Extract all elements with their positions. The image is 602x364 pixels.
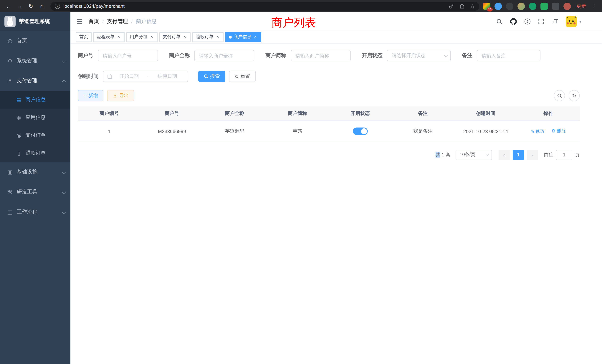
browser-home-button[interactable]: ⌂	[37, 1, 47, 11]
create-time-range-picker[interactable]: 开始日期 - 结束日期	[103, 71, 188, 82]
tab-merchant-info[interactable]: 商户信息 ×	[225, 32, 261, 42]
site-info-icon[interactable]: i	[55, 3, 60, 9]
sidebar-item-workflow[interactable]: ◫ 工作流程	[0, 202, 70, 222]
url-text[interactable]: localhost:1024/pay/merchant	[63, 3, 443, 9]
browser-reload-button[interactable]: ↻	[26, 1, 36, 11]
delete-button[interactable]: 删除	[551, 128, 566, 134]
github-icon[interactable]	[510, 18, 517, 25]
extension-badge: 10	[487, 7, 493, 11]
tab-user-group[interactable]: 用户分组 ×	[126, 32, 158, 42]
share-icon[interactable]	[460, 3, 465, 9]
pagination-prev-button[interactable]: ‹	[499, 150, 510, 160]
sidebar-item-pay-order[interactable]: ◉ 支付订单	[0, 126, 70, 144]
sidebar-item-infrastructure[interactable]: ▣ 基础设施	[0, 162, 70, 182]
breadcrumb: 首页 / 支付管理 / 商户信息	[89, 18, 157, 25]
cell-merchant-no: M233666999	[141, 120, 204, 142]
tab-close-icon[interactable]: ×	[149, 34, 154, 40]
sidebar-item-merchant-info[interactable]: ▤ 商户信息	[0, 91, 70, 109]
pagination-next-button[interactable]: ›	[527, 150, 538, 160]
status-toggle[interactable]	[353, 128, 367, 135]
pikachu-avatar-icon	[566, 16, 577, 27]
export-button-label: 导出	[119, 92, 129, 99]
navbar-actions: ? TT	[496, 16, 581, 27]
bookmark-star-icon[interactable]: ☆	[470, 3, 475, 9]
page-size-value: 10条/页	[460, 152, 475, 158]
remark-input[interactable]	[477, 50, 540, 61]
chrome-update-button[interactable]: 更新	[576, 3, 586, 10]
col-remark: 备注	[392, 106, 454, 120]
sidebar-item-home[interactable]: ◴ 首页	[0, 31, 70, 51]
tab-close-icon[interactable]: ×	[253, 34, 258, 40]
extension-green-circle-icon[interactable]	[529, 2, 536, 10]
export-button[interactable]: 导出	[107, 90, 134, 101]
refresh-table-button[interactable]: ↻	[569, 90, 580, 101]
col-merchant-no: 商户号	[141, 106, 204, 120]
total-suffix: 条	[446, 152, 450, 157]
goto-page-input[interactable]	[556, 150, 572, 160]
font-size-icon[interactable]: TT	[552, 18, 558, 25]
extension-blue-drop-icon[interactable]	[494, 2, 502, 10]
fullscreen-icon[interactable]	[538, 19, 544, 24]
sidebar-logo: 芋道管理系统	[0, 12, 70, 31]
col-full-name: 商户全称	[203, 106, 266, 120]
trash-icon	[551, 129, 556, 133]
password-key-icon[interactable]	[449, 3, 454, 9]
breadcrumb-payment[interactable]: 支付管理	[107, 18, 128, 25]
sidebar-item-system[interactable]: ⚙ 系统管理	[0, 51, 70, 71]
download-icon	[113, 93, 117, 98]
address-bar[interactable]: i localhost:1024/pay/merchant ☆	[50, 2, 479, 11]
browser-menu-icon[interactable]: ⋮	[590, 3, 598, 10]
logo-rabbit-icon	[4, 16, 16, 27]
refresh-icon: ↻	[235, 74, 239, 79]
sidebar-item-dev-tools[interactable]: ⚒ 研发工具	[0, 182, 70, 202]
cell-index: 1	[78, 120, 141, 142]
hamburger-icon[interactable]	[76, 19, 83, 24]
full-name-input[interactable]	[194, 50, 254, 61]
extension-pin-icon[interactable]	[552, 2, 559, 10]
cell-create-time: 2021-10-23 08:31:14	[454, 120, 517, 142]
goto-prefix: 前往	[544, 151, 553, 158]
sidebar-item-app-info[interactable]: ▦ 应用信息	[0, 109, 70, 126]
merchant-table: 商户编号 商户号 商户全称 商户简称 开启状态 备注 创建时间 操作 1	[78, 106, 580, 142]
total-prefix: 共	[435, 152, 440, 157]
user-avatar[interactable]: ▾	[566, 16, 581, 27]
browser-forward-button[interactable]: →	[15, 1, 24, 11]
sidebar-item-label: 工作流程	[17, 209, 37, 215]
pencil-icon: ✎	[531, 129, 535, 134]
search-icon	[557, 93, 562, 98]
status-select[interactable]: 请选择开启状态	[387, 50, 451, 61]
sidebar-item-payment[interactable]: ¥ 支付管理	[0, 71, 70, 91]
tab-home[interactable]: 首页	[76, 32, 92, 42]
tab-close-icon[interactable]: ×	[215, 34, 220, 40]
monitor-icon: ▣	[7, 169, 13, 175]
breadcrumb-home[interactable]: 首页	[89, 18, 99, 25]
extension-green-square-icon[interactable]	[540, 2, 548, 10]
extension-colorful-icon[interactable]: 10	[483, 2, 490, 10]
breadcrumb-separator: /	[131, 19, 133, 24]
browser-back-button[interactable]: ←	[4, 1, 13, 11]
help-icon[interactable]: ?	[525, 19, 530, 24]
sidebar-item-label: 研发工具	[17, 189, 37, 195]
tab-process-form[interactable]: 流程表单 ×	[93, 32, 125, 42]
search-button[interactable]: 搜索	[198, 71, 225, 82]
tab-close-icon[interactable]: ×	[116, 34, 121, 40]
cell-remark: 我是备注	[392, 120, 454, 142]
toggle-search-button[interactable]	[554, 90, 565, 101]
active-tab-dot	[229, 35, 232, 38]
sidebar-item-refund-order[interactable]: ▯ 退款订单	[0, 144, 70, 162]
tab-pay-order[interactable]: 支付订单 ×	[159, 32, 191, 42]
short-name-input[interactable]	[291, 50, 351, 61]
extension-dark-circle-icon[interactable]	[506, 2, 513, 10]
edit-button[interactable]: ✎ 修改	[531, 128, 545, 135]
extension-avatar-red-icon[interactable]	[563, 2, 571, 10]
add-button[interactable]: + 新增	[78, 90, 103, 101]
header-search-icon[interactable]	[496, 19, 502, 24]
tab-refund-order[interactable]: 退款订单 ×	[192, 32, 224, 42]
merchant-no-input[interactable]	[98, 50, 158, 61]
page-size-select[interactable]: 10条/页	[456, 150, 492, 160]
pagination-page-1[interactable]: 1	[513, 150, 524, 160]
extension-avatar-icon[interactable]	[517, 2, 525, 10]
record-icon: ◉	[16, 132, 22, 138]
tab-close-icon[interactable]: ×	[182, 34, 187, 40]
reset-button[interactable]: ↻ 重置	[229, 71, 256, 82]
